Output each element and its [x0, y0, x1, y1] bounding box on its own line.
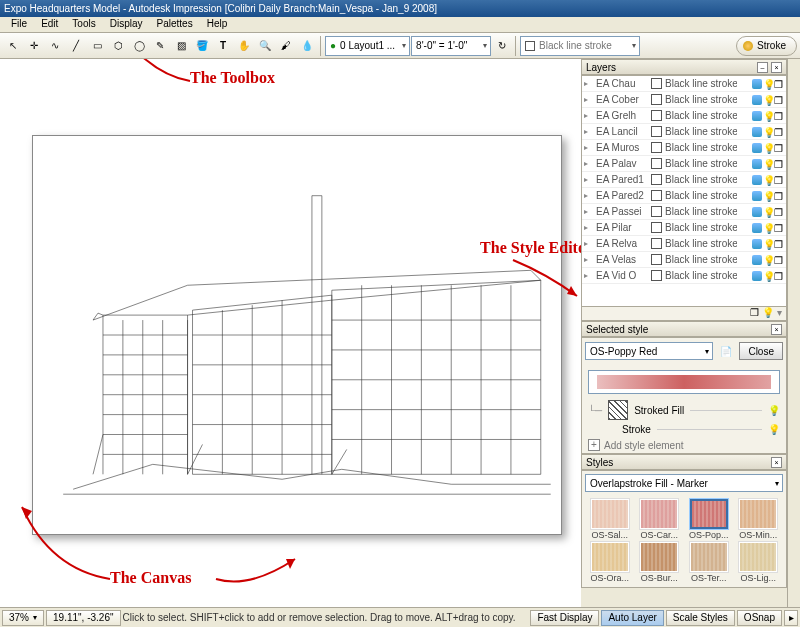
panel-close-icon[interactable]: × [771, 457, 782, 468]
text-tool-icon[interactable]: T [213, 36, 233, 56]
hatch-tool-icon[interactable]: ▨ [171, 36, 191, 56]
scale-styles-button[interactable]: Scale Styles [666, 610, 735, 626]
layer-swatch-icon[interactable] [651, 254, 662, 265]
layer-row[interactable]: ▸EA PalavBlack line stroke💡❐ [582, 156, 786, 172]
bulb-icon[interactable]: 💡 [763, 255, 773, 265]
layer-row[interactable]: ▸EA Vid OBlack line stroke💡❐ [582, 268, 786, 284]
layer-swatch-icon[interactable] [651, 222, 662, 233]
dup-icon[interactable]: ❐ [774, 159, 784, 169]
paint-icon[interactable] [752, 207, 762, 217]
bulb-icon[interactable]: 💡 [763, 159, 773, 169]
paint-icon[interactable] [752, 127, 762, 137]
swatch-cell[interactable]: OS-Min... [735, 499, 783, 540]
menu-edit[interactable]: Edit [34, 17, 65, 32]
bulb-icon[interactable]: 💡 [768, 405, 780, 416]
selected-style-header[interactable]: Selected style × [581, 321, 787, 337]
layer-list[interactable]: ▸EA ChauBlack line stroke💡❐▸EA CoberBlac… [581, 75, 787, 307]
layer-row[interactable]: ▸EA MurosBlack line stroke💡❐ [582, 140, 786, 156]
bulb-icon[interactable]: 💡 [763, 111, 773, 121]
paint-icon[interactable] [752, 143, 762, 153]
layer-swatch-icon[interactable] [651, 110, 662, 121]
status-more-icon[interactable]: ▸ [784, 610, 798, 626]
layer-swatch-icon[interactable] [651, 206, 662, 217]
dup-icon[interactable]: ❐ [774, 143, 784, 153]
stroked-fill-label[interactable]: Stroked Fill [634, 405, 684, 416]
bucket-tool-icon[interactable]: 🪣 [192, 36, 212, 56]
copy-style-icon[interactable]: 📄 [716, 341, 736, 361]
layer-swatch-icon[interactable] [651, 142, 662, 153]
menu-palettes[interactable]: Palettes [150, 17, 200, 32]
panel-min-icon[interactable]: – [757, 62, 768, 73]
swatch-cell[interactable]: OS-Car... [636, 499, 684, 540]
refresh-icon[interactable]: ↻ [492, 36, 512, 56]
panel-close-icon[interactable]: × [771, 62, 782, 73]
bulb-icon[interactable]: 💡 [763, 223, 773, 233]
drawing-sheet[interactable] [32, 135, 562, 535]
paint-icon[interactable] [752, 79, 762, 89]
layer-swatch-icon[interactable] [651, 238, 662, 249]
layer-swatch-icon[interactable] [651, 78, 662, 89]
dup-icon[interactable]: ❐ [774, 271, 784, 281]
styles-header[interactable]: Styles × [581, 454, 787, 470]
menu-tools[interactable]: Tools [65, 17, 102, 32]
fast-display-button[interactable]: Fast Display [530, 610, 599, 626]
layer-row[interactable]: ▸EA LancilBlack line stroke💡❐ [582, 124, 786, 140]
zoom-tool-icon[interactable]: 🔍 [255, 36, 275, 56]
bulb-icon[interactable]: 💡 [763, 239, 773, 249]
bulb-icon[interactable]: 💡 [763, 207, 773, 217]
layer-dup-icon[interactable]: ❐ [750, 307, 759, 318]
bulb-icon[interactable]: 💡 [763, 127, 773, 137]
zoom-well[interactable]: 37%▾ [2, 610, 44, 626]
dup-icon[interactable]: ❐ [774, 239, 784, 249]
scale-dropdown[interactable]: 8'-0" = 1'-0" [411, 36, 491, 56]
crosshair-tool-icon[interactable]: ✛ [24, 36, 44, 56]
bulb-icon[interactable]: 💡 [763, 143, 773, 153]
rect-tool-icon[interactable]: ▭ [87, 36, 107, 56]
scrollbar[interactable] [787, 59, 800, 607]
bulb-icon[interactable]: 💡 [763, 271, 773, 281]
layer-more-icon[interactable]: ▾ [777, 307, 782, 318]
layer-row[interactable]: ▸EA VelasBlack line stroke💡❐ [582, 252, 786, 268]
stroke-dropdown[interactable]: Black line stroke [520, 36, 640, 56]
swatch-cell[interactable]: OS-Bur... [636, 542, 684, 583]
hand-tool-icon[interactable]: ✋ [234, 36, 254, 56]
bulb-icon[interactable]: 💡 [763, 191, 773, 201]
layer-swatch-icon[interactable] [651, 190, 662, 201]
dup-icon[interactable]: ❐ [774, 111, 784, 121]
layer-row[interactable]: ▸EA RelvaBlack line stroke💡❐ [582, 236, 786, 252]
stroke-label[interactable]: Stroke [622, 424, 651, 435]
bulb-icon[interactable]: 💡 [763, 175, 773, 185]
dup-icon[interactable]: ❐ [774, 175, 784, 185]
paint-icon[interactable] [752, 255, 762, 265]
layout-dropdown[interactable]: ● 0 Layout1 ... [325, 36, 410, 56]
swatch-cell[interactable]: OS-Lig... [735, 542, 783, 583]
layer-row[interactable]: ▸EA PilarBlack line stroke💡❐ [582, 220, 786, 236]
paint-icon[interactable] [752, 239, 762, 249]
layer-swatch-icon[interactable] [651, 174, 662, 185]
paint-icon[interactable] [752, 271, 762, 281]
paint-icon[interactable] [752, 159, 762, 169]
layers-header[interactable]: Layers –× [581, 59, 787, 75]
auto-layer-button[interactable]: Auto Layer [601, 610, 663, 626]
swatch-cell[interactable]: OS-Ter... [685, 542, 733, 583]
swatch-cell[interactable]: OS-Sal... [586, 499, 634, 540]
swatch-cell[interactable]: OS-Ora... [586, 542, 634, 583]
layer-swatch-icon[interactable] [651, 94, 662, 105]
layer-row[interactable]: ▸EA ChauBlack line stroke💡❐ [582, 76, 786, 92]
paint-icon[interactable] [752, 191, 762, 201]
layer-row[interactable]: ▸EA Pared2Black line stroke💡❐ [582, 188, 786, 204]
canvas-area[interactable]: The Toolbox The Style Editor The Canvas [0, 59, 581, 607]
paint-icon[interactable] [752, 95, 762, 105]
layer-swatch-icon[interactable] [651, 158, 662, 169]
pen-tool-icon[interactable]: ✎ [150, 36, 170, 56]
dup-icon[interactable]: ❐ [774, 95, 784, 105]
panel-close-icon[interactable]: × [771, 324, 782, 335]
dup-icon[interactable]: ❐ [774, 207, 784, 217]
layer-row[interactable]: ▸EA CoberBlack line stroke💡❐ [582, 92, 786, 108]
eyedrop-tool-icon[interactable]: 💧 [297, 36, 317, 56]
paint-icon[interactable] [752, 223, 762, 233]
layer-bulb-icon[interactable]: 💡 [762, 307, 774, 318]
ellipse-tool-icon[interactable]: ◯ [129, 36, 149, 56]
menu-help[interactable]: Help [200, 17, 235, 32]
dup-icon[interactable]: ❐ [774, 127, 784, 137]
